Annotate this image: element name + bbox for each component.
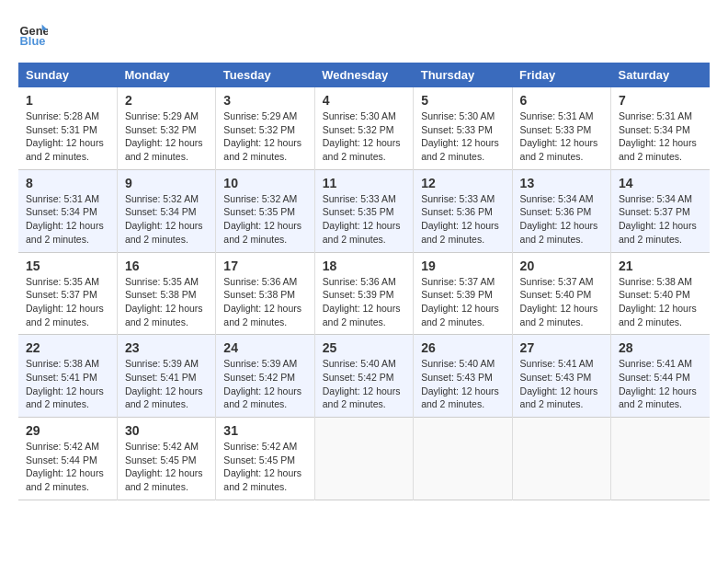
calendar-cell: 4 Sunrise: 5:30 AMSunset: 5:32 PMDayligh… [314, 87, 413, 169]
day-number: 22 [26, 340, 109, 355]
day-number: 11 [323, 176, 405, 190]
day-info: Sunrise: 5:36 AMSunset: 5:38 PMDaylight:… [223, 276, 301, 327]
calendar-cell: 9 Sunrise: 5:32 AMSunset: 5:34 PMDayligh… [117, 169, 215, 252]
day-info: Sunrise: 5:29 AMSunset: 5:32 PMDaylight:… [223, 110, 301, 162]
calendar-cell: 14 Sunrise: 5:34 AMSunset: 5:37 PMDaylig… [611, 169, 710, 252]
day-number: 25 [323, 340, 405, 355]
day-number: 7 [619, 93, 702, 108]
header-wednesday: Wednesday [314, 63, 413, 87]
calendar-cell: 10 Sunrise: 5:32 AMSunset: 5:35 PMDaylig… [216, 169, 314, 252]
calendar-cell: 2 Sunrise: 5:29 AMSunset: 5:32 PMDayligh… [117, 87, 215, 169]
day-info: Sunrise: 5:35 AMSunset: 5:38 PMDaylight:… [125, 276, 203, 327]
day-number: 20 [520, 259, 603, 273]
day-number: 26 [421, 340, 504, 355]
calendar-cell: 24 Sunrise: 5:39 AMSunset: 5:42 PMDaylig… [216, 335, 314, 418]
calendar-cell: 3 Sunrise: 5:29 AMSunset: 5:32 PMDayligh… [216, 87, 314, 169]
day-number: 31 [223, 423, 306, 438]
calendar-cell: 30 Sunrise: 5:42 AMSunset: 5:45 PMDaylig… [117, 418, 215, 500]
day-info: Sunrise: 5:42 AMSunset: 5:45 PMDaylight:… [125, 441, 203, 492]
calendar-cell: 11 Sunrise: 5:33 AMSunset: 5:35 PMDaylig… [314, 169, 413, 252]
day-number: 30 [125, 423, 208, 438]
calendar-cell: 22 Sunrise: 5:38 AMSunset: 5:41 PMDaylig… [18, 335, 117, 418]
day-number: 19 [421, 259, 504, 273]
calendar-week-row: 22 Sunrise: 5:38 AMSunset: 5:41 PMDaylig… [18, 335, 710, 418]
day-number: 10 [223, 176, 306, 190]
calendar-week-row: 29 Sunrise: 5:42 AMSunset: 5:44 PMDaylig… [18, 418, 710, 500]
day-info: Sunrise: 5:30 AMSunset: 5:33 PMDaylight:… [421, 110, 499, 162]
day-number: 16 [125, 259, 208, 273]
calendar-cell: 31 Sunrise: 5:42 AMSunset: 5:45 PMDaylig… [216, 418, 314, 500]
day-info: Sunrise: 5:41 AMSunset: 5:44 PMDaylight:… [619, 358, 697, 409]
day-info: Sunrise: 5:32 AMSunset: 5:34 PMDaylight:… [125, 193, 203, 245]
calendar-cell: 29 Sunrise: 5:42 AMSunset: 5:44 PMDaylig… [18, 418, 117, 500]
calendar-cell: 15 Sunrise: 5:35 AMSunset: 5:37 PMDaylig… [18, 252, 117, 335]
day-number: 4 [323, 93, 405, 108]
day-number: 2 [125, 93, 208, 108]
day-number: 28 [619, 340, 702, 355]
day-info: Sunrise: 5:37 AMSunset: 5:40 PMDaylight:… [520, 276, 598, 327]
day-number: 5 [421, 93, 504, 108]
calendar-cell [611, 418, 710, 500]
calendar-cell: 17 Sunrise: 5:36 AMSunset: 5:38 PMDaylig… [216, 252, 314, 335]
calendar-cell [512, 418, 610, 500]
day-number: 3 [223, 93, 306, 108]
day-number: 8 [26, 176, 109, 190]
calendar-cell [414, 418, 512, 500]
day-number: 24 [223, 340, 306, 355]
day-number: 1 [26, 93, 109, 108]
day-info: Sunrise: 5:28 AMSunset: 5:31 PMDaylight:… [26, 110, 104, 162]
day-info: Sunrise: 5:31 AMSunset: 5:34 PMDaylight:… [619, 110, 697, 162]
page-header: General Blue [18, 18, 710, 48]
calendar-cell: 16 Sunrise: 5:35 AMSunset: 5:38 PMDaylig… [117, 252, 215, 335]
day-info: Sunrise: 5:37 AMSunset: 5:39 PMDaylight:… [421, 276, 499, 327]
calendar-cell: 27 Sunrise: 5:41 AMSunset: 5:43 PMDaylig… [512, 335, 610, 418]
day-info: Sunrise: 5:35 AMSunset: 5:37 PMDaylight:… [26, 276, 104, 327]
calendar-cell: 18 Sunrise: 5:36 AMSunset: 5:39 PMDaylig… [314, 252, 413, 335]
day-info: Sunrise: 5:40 AMSunset: 5:42 PMDaylight:… [323, 358, 401, 409]
calendar-cell: 1 Sunrise: 5:28 AMSunset: 5:31 PMDayligh… [18, 87, 117, 169]
logo: General Blue [18, 18, 51, 48]
calendar-cell: 20 Sunrise: 5:37 AMSunset: 5:40 PMDaylig… [512, 252, 610, 335]
day-number: 13 [520, 176, 603, 190]
calendar-cell: 26 Sunrise: 5:40 AMSunset: 5:43 PMDaylig… [414, 335, 512, 418]
calendar-cell: 8 Sunrise: 5:31 AMSunset: 5:34 PMDayligh… [18, 169, 117, 252]
day-info: Sunrise: 5:38 AMSunset: 5:41 PMDaylight:… [26, 358, 104, 409]
day-info: Sunrise: 5:41 AMSunset: 5:43 PMDaylight:… [520, 358, 598, 409]
day-number: 27 [520, 340, 603, 355]
day-info: Sunrise: 5:33 AMSunset: 5:35 PMDaylight:… [323, 193, 401, 245]
header-thursday: Thursday [414, 63, 512, 87]
day-number: 9 [125, 176, 208, 190]
calendar-cell: 28 Sunrise: 5:41 AMSunset: 5:44 PMDaylig… [611, 335, 710, 418]
day-info: Sunrise: 5:36 AMSunset: 5:39 PMDaylight:… [323, 276, 401, 327]
day-number: 21 [619, 259, 702, 273]
day-number: 15 [26, 259, 109, 273]
calendar-week-row: 8 Sunrise: 5:31 AMSunset: 5:34 PMDayligh… [18, 169, 710, 252]
header-friday: Friday [512, 63, 610, 87]
header-sunday: Sunday [18, 63, 117, 87]
day-number: 12 [421, 176, 504, 190]
day-number: 6 [520, 93, 603, 108]
day-info: Sunrise: 5:39 AMSunset: 5:41 PMDaylight:… [125, 358, 203, 409]
header-tuesday: Tuesday [216, 63, 314, 87]
calendar-week-row: 15 Sunrise: 5:35 AMSunset: 5:37 PMDaylig… [18, 252, 710, 335]
day-number: 18 [323, 259, 405, 273]
day-info: Sunrise: 5:42 AMSunset: 5:44 PMDaylight:… [26, 441, 104, 492]
header-saturday: Saturday [611, 63, 710, 87]
calendar-cell: 7 Sunrise: 5:31 AMSunset: 5:34 PMDayligh… [611, 87, 710, 169]
day-info: Sunrise: 5:30 AMSunset: 5:32 PMDaylight:… [323, 110, 401, 162]
day-info: Sunrise: 5:32 AMSunset: 5:35 PMDaylight:… [223, 193, 301, 245]
calendar-table: Sunday Monday Tuesday Wednesday Thursday… [18, 63, 710, 500]
svg-text:Blue: Blue [20, 34, 46, 48]
calendar-cell: 23 Sunrise: 5:39 AMSunset: 5:41 PMDaylig… [117, 335, 215, 418]
day-info: Sunrise: 5:42 AMSunset: 5:45 PMDaylight:… [223, 441, 301, 492]
calendar-header-row: Sunday Monday Tuesday Wednesday Thursday… [18, 63, 710, 87]
day-number: 23 [125, 340, 208, 355]
calendar-cell: 21 Sunrise: 5:38 AMSunset: 5:40 PMDaylig… [611, 252, 710, 335]
calendar-cell: 13 Sunrise: 5:34 AMSunset: 5:36 PMDaylig… [512, 169, 610, 252]
calendar-cell [314, 418, 413, 500]
day-info: Sunrise: 5:31 AMSunset: 5:34 PMDaylight:… [26, 193, 104, 245]
day-info: Sunrise: 5:31 AMSunset: 5:33 PMDaylight:… [520, 110, 598, 162]
calendar-cell: 5 Sunrise: 5:30 AMSunset: 5:33 PMDayligh… [414, 87, 512, 169]
calendar-cell: 6 Sunrise: 5:31 AMSunset: 5:33 PMDayligh… [512, 87, 610, 169]
day-info: Sunrise: 5:38 AMSunset: 5:40 PMDaylight:… [619, 276, 697, 327]
